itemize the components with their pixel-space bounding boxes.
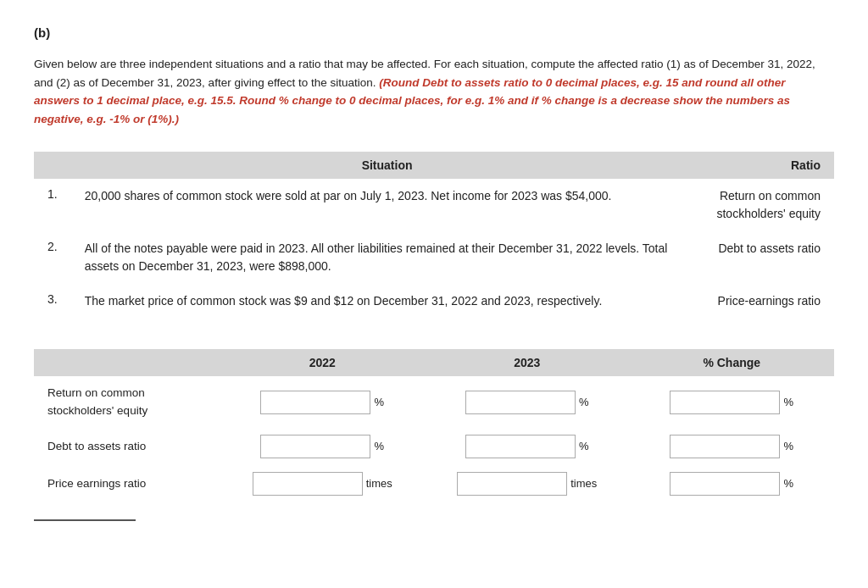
results-row-2-2023-unit: %: [579, 440, 589, 452]
situation-row-2: 2. All of the notes payable were paid in…: [34, 231, 834, 284]
situation-row-1: 1. 20,000 shares of common stock were so…: [34, 179, 834, 231]
situation-text-3: The market price of common stock was $9 …: [71, 284, 704, 319]
results-row-2-change-unit: %: [783, 440, 793, 452]
results-row-1-label: Return on commonstockholders' equity: [34, 376, 220, 428]
results-row-2-label: Debt to assets ratio: [34, 428, 220, 465]
bottom-divider: [34, 519, 136, 521]
situation-num-3: 3.: [34, 284, 71, 319]
results-row-2-2023-input[interactable]: [465, 435, 576, 458]
results-row-3-2022-cell: times: [220, 465, 425, 502]
results-row-1-2023-unit: %: [579, 396, 589, 408]
ratio-text-2: Debt to assets ratio: [703, 231, 834, 284]
results-row-2-2023-cell: %: [425, 428, 629, 465]
results-row-3: Price earnings ratio times times %: [34, 465, 834, 502]
results-row-1-2023-cell: %: [425, 376, 629, 428]
results-row-3-2023-input[interactable]: [457, 472, 567, 496]
results-row-1-2022-unit: %: [374, 396, 384, 408]
ratio-text-3: Price-earnings ratio: [703, 284, 834, 319]
results-row-1-2022-cell: %: [220, 376, 425, 428]
situation-num-1: 1.: [34, 179, 71, 231]
situation-text-1: 20,000 shares of common stock were sold …: [71, 179, 704, 231]
results-row-3-label: Price earnings ratio: [34, 465, 220, 502]
situation-row-3: 3. The market price of common stock was …: [34, 284, 834, 319]
results-row-2-change-cell: %: [630, 428, 835, 465]
ratio-text-1: Return on commonstockholders' equity: [703, 179, 834, 231]
ratio-col-header: Ratio: [703, 152, 834, 179]
results-row-2-2022-cell: %: [220, 428, 425, 465]
results-row-1-change-unit: %: [783, 396, 793, 408]
results-row-1: Return on commonstockholders' equity % %…: [34, 376, 834, 428]
situation-num-2: 2.: [34, 231, 71, 284]
results-row-1-change-input[interactable]: [670, 391, 780, 414]
situation-col-header: Situation: [71, 152, 704, 179]
results-row-2: Debt to assets ratio % % %: [34, 428, 834, 465]
results-row-3-change-input[interactable]: [670, 472, 780, 496]
results-table: 2022 2023 % Change Return on commonstock…: [34, 349, 834, 502]
results-2022-header: 2022: [220, 349, 425, 376]
results-row-3-2022-unit: times: [366, 477, 392, 490]
results-row-1-change-cell: %: [630, 376, 835, 428]
situation-text-2: All of the notes payable were paid in 20…: [71, 231, 704, 284]
results-row-3-change-cell: %: [630, 465, 835, 502]
results-row-3-2023-cell: times: [425, 465, 629, 502]
results-row-2-2022-unit: %: [374, 440, 384, 452]
results-row-2-change-input[interactable]: [670, 435, 780, 458]
results-row-1-2023-input[interactable]: [465, 391, 576, 414]
instructions: Given below are three independent situat…: [34, 55, 834, 128]
results-row-3-2022-input[interactable]: [253, 472, 363, 496]
results-row-1-2022-input[interactable]: [260, 391, 370, 414]
results-row-2-2022-input[interactable]: [260, 435, 370, 458]
results-row-3-change-unit: %: [783, 477, 793, 490]
results-label-header: [34, 349, 220, 376]
results-change-header: % Change: [630, 349, 835, 376]
situation-table: Situation Ratio 1. 20,000 shares of comm…: [34, 152, 834, 319]
results-2023-header: 2023: [425, 349, 629, 376]
section-label: (b): [34, 25, 834, 40]
results-row-3-2023-unit: times: [570, 477, 597, 490]
